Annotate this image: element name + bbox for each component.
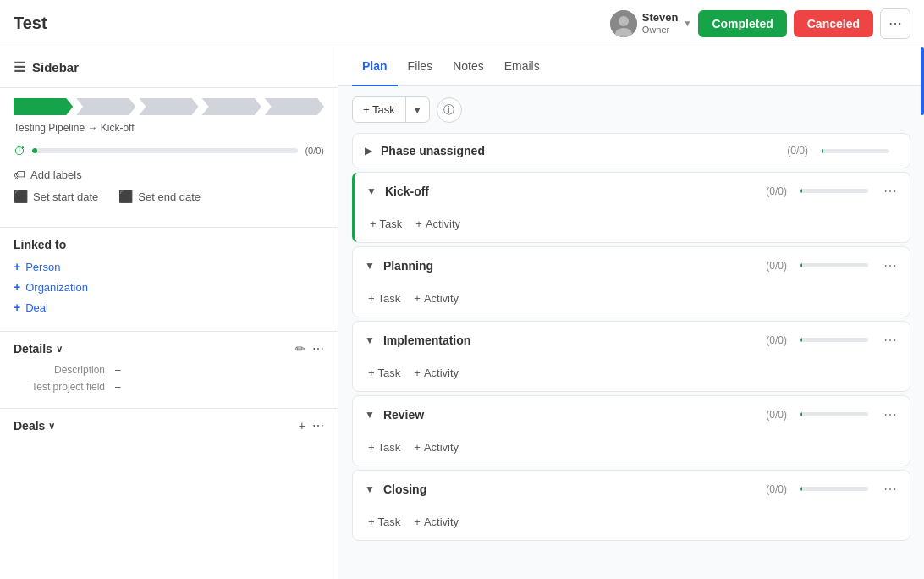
phase-unassigned-header[interactable]: ▶ Phase unassigned (0/0) [353,134,910,168]
info-button[interactable]: ⓘ [437,97,462,123]
user-section[interactable]: Steven Owner ▼ [610,10,692,37]
closing-add-activity[interactable]: + Activity [410,514,462,530]
task-dropdown-icon[interactable]: ▼ [406,99,429,121]
more-deal-icon[interactable]: ⋯ [312,419,324,433]
add-deal-icon[interactable]: + [299,419,305,433]
phase-chevron-icon: ▼ [365,409,375,421]
hamburger-icon[interactable]: ☰ [14,59,25,75]
phase-review-more-icon[interactable]: ⋯ [883,406,898,422]
add-labels-row[interactable]: 🏷 Add labels [14,168,324,181]
link-deal-label: Deal [25,301,48,314]
closing-add-task[interactable]: + Task [365,514,404,530]
main-content: Plan Files Notes Emails + Task ▼ ⓘ ▶ Pha… [338,47,924,579]
pipeline-step-1[interactable] [14,98,73,115]
plus-icon: + [415,218,422,230]
phases-list: ▶ Phase unassigned (0/0) ▼ Kick-off (0/0… [338,133,924,558]
link-deal[interactable]: + Deal [14,301,324,314]
breadcrumb-pipeline: Testing Pipeline [14,122,85,134]
phase-kickoff-header[interactable]: ▼ Kick-off (0/0) ⋯ [355,173,910,209]
more-icon[interactable]: ⋯ [312,342,324,356]
more-icon: ⋯ [888,15,902,31]
phase-review-name: Review [383,408,759,422]
phase-closing-progress [800,487,868,491]
implementation-add-activity[interactable]: + Activity [410,365,462,381]
svg-point-1 [619,16,629,26]
pipeline-step-3[interactable] [139,98,198,115]
planning-activity-label: Activity [424,292,459,305]
user-name: Steven [642,11,679,25]
tab-files[interactable]: Files [398,47,443,86]
phase-planning: ▼ Planning (0/0) ⋯ + Task + Activity [352,246,910,317]
header: Test Steven Owner ▼ Completed Canceled ⋯ [0,0,924,47]
link-organization-label: Organization [25,281,88,294]
pipeline-step-2[interactable] [76,98,135,115]
deals-actions: + ⋯ [299,419,324,433]
phase-unassigned-progress [822,149,889,153]
phase-implementation-name: Implementation [383,334,759,347]
phase-kickoff-more-icon[interactable]: ⋯ [883,183,898,199]
detail-value-test-project-field: – [115,381,121,393]
start-date-icon: ⬛ [14,190,28,203]
phase-planning-header[interactable]: ▼ Planning (0/0) ⋯ [353,247,910,284]
phase-closing-count: (0/0) [766,483,787,495]
phase-unassigned-count: (0/0) [787,145,808,157]
phase-kickoff-fill [800,189,802,193]
phase-implementation-more-icon[interactable]: ⋯ [883,332,898,348]
link-organization[interactable]: + Organization [14,280,324,294]
phase-closing: ▼ Closing (0/0) ⋯ + Task + Activity [352,470,910,541]
phase-review-progress [800,412,868,416]
phase-implementation-header[interactable]: ▼ Implementation (0/0) ⋯ [353,322,910,358]
pipeline-breadcrumb[interactable]: Testing Pipeline → Kick-off [14,122,324,134]
tab-plan[interactable]: Plan [352,47,398,86]
details-toggle[interactable]: Details ∨ [14,342,63,356]
plus-icon: + [370,218,377,230]
pipeline-step-5[interactable] [265,98,324,115]
planning-add-activity[interactable]: + Activity [410,290,462,306]
details-title: Details [14,342,52,356]
review-add-activity[interactable]: + Activity [410,439,462,455]
phase-planning-more-icon[interactable]: ⋯ [883,257,898,273]
phase-planning-actions: + Task + Activity [353,284,910,317]
task-button-label[interactable]: + Task [353,97,406,122]
closing-task-label: Task [378,516,401,528]
detail-row-description: Description – [14,364,324,376]
toolbar: + Task ▼ ⓘ [338,86,924,133]
set-start-date[interactable]: ⬛ Set start date [14,190,98,203]
phase-closing-header[interactable]: ▼ Closing (0/0) ⋯ [353,471,910,507]
deals-toggle[interactable]: Deals ∨ [14,419,55,433]
sidebar-header: ☰ Sidebar [0,47,338,88]
phase-planning-progress [800,263,868,267]
kickoff-add-task[interactable]: + Task [366,216,405,232]
more-options-button[interactable]: ⋯ [880,8,910,39]
date-row: ⬛ Set start date ⬛ Set end date [14,190,324,203]
planning-add-task[interactable]: + Task [365,290,404,306]
detail-value-description: – [115,364,121,376]
phase-closing-more-icon[interactable]: ⋯ [883,481,898,497]
tab-emails[interactable]: Emails [494,47,550,86]
implementation-add-task[interactable]: + Task [365,365,404,381]
label-icon: 🏷 [14,168,25,181]
pipeline-step-4[interactable] [202,98,261,115]
completed-button[interactable]: Completed [698,10,786,37]
plus-icon: + [14,301,20,314]
link-person[interactable]: + Person [14,260,324,273]
deals-chevron-icon: ∨ [48,421,55,432]
phase-kickoff-name: Kick-off [385,185,759,198]
canceled-button[interactable]: Canceled [794,10,873,37]
pipeline-bar [14,98,324,115]
deals-title: Deals [14,419,45,433]
set-end-date[interactable]: ⬛ Set end date [118,190,201,203]
edit-icon[interactable]: ✏ [295,342,305,356]
details-section: Details ∨ ✏ ⋯ Description – Test project… [0,331,338,408]
phase-review-header[interactable]: ▼ Review (0/0) ⋯ [353,396,910,433]
plus-icon: + [368,292,375,305]
plus-icon: + [414,292,421,305]
user-role: Owner [642,25,679,36]
kickoff-add-activity[interactable]: + Activity [412,216,464,232]
phase-chevron-icon: ▼ [365,483,375,495]
progress-fill [32,148,37,153]
plus-icon: + [414,441,421,454]
review-add-task[interactable]: + Task [365,439,404,455]
tab-notes[interactable]: Notes [443,47,494,86]
task-button[interactable]: + Task ▼ [352,96,430,123]
